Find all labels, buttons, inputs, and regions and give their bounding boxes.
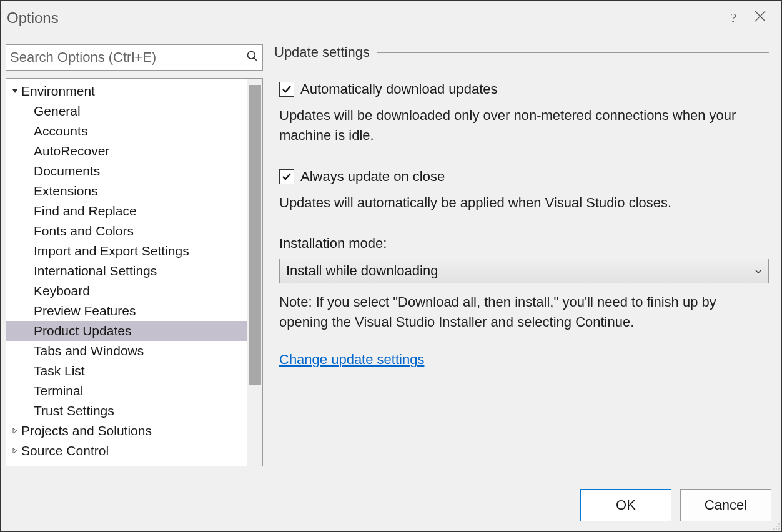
auto-download-desc: Updates will be downloaded only over non… (279, 106, 769, 145)
help-icon[interactable]: ? (730, 10, 736, 26)
search-options-wrap (6, 44, 263, 71)
auto-download-label: Automatically download updates (300, 79, 498, 99)
scrollbar-thumb[interactable] (249, 85, 261, 385)
tree-item-accounts[interactable]: Accounts (6, 121, 262, 141)
chevron-down-icon (10, 88, 20, 94)
tree-item-import-export-settings[interactable]: Import and Export Settings (6, 241, 262, 261)
install-mode-select[interactable]: Install while downloading (279, 259, 769, 283)
tree-group-source-control[interactable]: Source Control (6, 441, 262, 461)
tree-item-keyboard[interactable]: Keyboard (6, 281, 262, 301)
tree-item-documents[interactable]: Documents (6, 161, 262, 181)
window-title: Options (7, 9, 59, 27)
cancel-button[interactable]: Cancel (680, 489, 771, 521)
section-heading: Update settings (274, 44, 370, 61)
svg-point-5 (778, 528, 780, 530)
tree-item-extensions[interactable]: Extensions (6, 181, 262, 201)
tree-group-label: Source Control (21, 443, 109, 458)
resize-grip-icon[interactable] (771, 521, 780, 530)
section-header: Update settings (274, 44, 769, 61)
update-on-close-label: Always update on close (300, 167, 445, 187)
auto-download-checkbox[interactable] (279, 82, 294, 97)
chevron-right-icon (10, 448, 20, 454)
tree-item-terminal[interactable]: Terminal (6, 381, 262, 401)
tree-root: Environment General Accounts AutoRecover… (6, 79, 262, 463)
install-mode-label: Installation mode: (279, 234, 769, 254)
svg-point-3 (773, 528, 775, 530)
tree-item-find-and-replace[interactable]: Find and Replace (6, 201, 262, 221)
change-update-settings-link[interactable]: Change update settings (279, 352, 424, 367)
tree-item-international-settings[interactable]: International Settings (6, 261, 262, 281)
tree-group-label: Projects and Solutions (21, 423, 152, 438)
titlebar-controls: ? (730, 10, 781, 26)
tree-item-tabs-and-windows[interactable]: Tabs and Windows (6, 341, 262, 361)
tree-item-autorecover[interactable]: AutoRecover (6, 141, 262, 161)
chevron-right-icon (10, 428, 20, 434)
right-column: Update settings Automatically download u… (274, 44, 776, 466)
update-on-close-checkbox[interactable] (279, 169, 294, 184)
ok-button[interactable]: OK (580, 489, 671, 521)
tree-item-product-updates[interactable]: Product Updates (6, 321, 262, 341)
tree-group-projects-and-solutions[interactable]: Projects and Solutions (6, 421, 262, 441)
titlebar: Options ? (1, 1, 781, 36)
options-tree: Environment General Accounts AutoRecover… (6, 78, 263, 466)
install-mode-selected: Install while downloading (286, 261, 438, 281)
chevron-down-icon (755, 261, 762, 281)
tree-item-trust-settings[interactable]: Trust Settings (6, 401, 262, 421)
tree-item-task-list[interactable]: Task List (6, 361, 262, 381)
scrollbar-track[interactable] (247, 79, 262, 466)
dialog-footer: OK Cancel (580, 489, 771, 521)
search-icon[interactable] (246, 50, 259, 66)
svg-point-1 (776, 526, 777, 527)
close-icon[interactable] (754, 10, 766, 26)
svg-point-2 (778, 526, 780, 527)
tree-item-fonts-and-colors[interactable]: Fonts and Colors (6, 221, 262, 241)
section-divider (377, 52, 769, 53)
tree-item-general[interactable]: General (6, 101, 262, 121)
search-input[interactable] (10, 49, 246, 66)
update-on-close-desc: Updates will automatically be applied wh… (279, 193, 769, 213)
tree-item-preview-features[interactable]: Preview Features (6, 301, 262, 321)
content-area: Environment General Accounts AutoRecover… (1, 36, 781, 466)
tree-group-environment[interactable]: Environment (6, 81, 262, 101)
left-column: Environment General Accounts AutoRecover… (6, 44, 263, 466)
install-mode-note: Note: If you select "Download all, then … (279, 292, 769, 332)
svg-point-4 (776, 528, 777, 530)
svg-point-0 (778, 523, 780, 525)
tree-group-label: Environment (21, 84, 95, 99)
auto-download-row: Automatically download updates (279, 79, 769, 99)
update-on-close-row: Always update on close (279, 167, 769, 187)
